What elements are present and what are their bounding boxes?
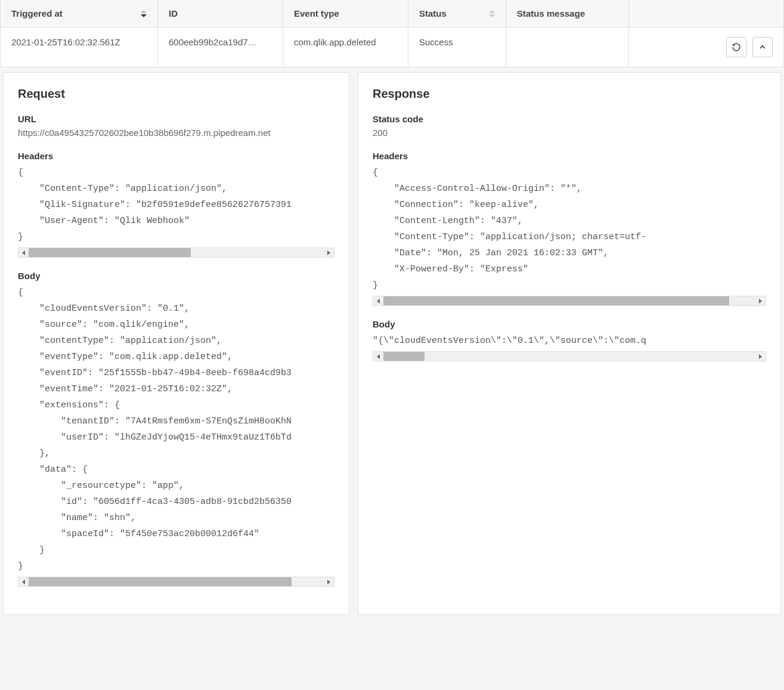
cell-message bbox=[506, 27, 629, 67]
scroll-right-icon[interactable] bbox=[324, 248, 334, 257]
response-body-code: "{\"cloudEventsVersion\":\"0.1\",\"sourc… bbox=[373, 333, 766, 349]
url-value: https://c0a4954325702602bee10b38b696f279… bbox=[18, 128, 334, 138]
request-headers-label: Headers bbox=[18, 151, 334, 161]
cell-status: Success bbox=[408, 27, 506, 67]
horizontal-scrollbar[interactable] bbox=[18, 247, 334, 258]
events-table: Triggered at ID Event type Status Status… bbox=[0, 0, 784, 67]
scroll-left-icon[interactable] bbox=[373, 296, 383, 305]
cell-id: 600eeb99b2ca19d7… bbox=[158, 27, 283, 67]
request-headers-block: { "Content-Type": "application/json", "Q… bbox=[18, 165, 334, 258]
details-panels: Request URL https://c0a4954325702602bee1… bbox=[0, 67, 784, 620]
horizontal-scrollbar[interactable] bbox=[18, 577, 334, 587]
refresh-button[interactable] bbox=[726, 37, 746, 57]
cell-event-type: com.qlik.app.deleted bbox=[283, 27, 408, 67]
url-label: URL bbox=[18, 114, 334, 124]
column-label: Event type bbox=[294, 8, 339, 18]
column-triggered-at[interactable]: Triggered at bbox=[1, 0, 158, 27]
status-code-label: Status code bbox=[373, 114, 766, 124]
horizontal-scrollbar[interactable] bbox=[373, 296, 766, 306]
request-headers-code: { "Content-Type": "application/json", "Q… bbox=[18, 165, 334, 245]
response-body-label: Body bbox=[373, 319, 766, 329]
table-header-row: Triggered at ID Event type Status Status… bbox=[1, 0, 783, 27]
request-body-code: { "cloudEventsVersion": "0.1", "source":… bbox=[18, 284, 334, 574]
column-actions bbox=[629, 0, 783, 27]
table-row[interactable]: 2021-01-25T16:02:32.561Z 600eeb99b2ca19d… bbox=[1, 27, 783, 67]
column-status[interactable]: Status bbox=[408, 0, 506, 27]
scroll-right-icon[interactable] bbox=[755, 296, 766, 305]
status-code-value: 200 bbox=[373, 128, 766, 138]
horizontal-scrollbar[interactable] bbox=[373, 351, 766, 361]
response-headers-block: { "Access-Control-Allow-Origin": "*", "C… bbox=[373, 165, 766, 306]
column-label: Triggered at bbox=[11, 8, 63, 18]
refresh-icon bbox=[732, 42, 741, 52]
response-headers-label: Headers bbox=[373, 151, 766, 161]
column-status-message[interactable]: Status message bbox=[506, 0, 629, 27]
request-panel: Request URL https://c0a4954325702602bee1… bbox=[3, 72, 349, 615]
column-id[interactable]: ID bbox=[158, 0, 283, 27]
scroll-right-icon[interactable] bbox=[755, 352, 766, 361]
sort-icon bbox=[489, 10, 495, 17]
scroll-left-icon[interactable] bbox=[373, 352, 383, 361]
request-body-label: Body bbox=[18, 271, 334, 281]
collapse-button[interactable] bbox=[752, 37, 773, 57]
cell-actions bbox=[629, 27, 783, 67]
response-headers-code: { "Access-Control-Allow-Origin": "*", "C… bbox=[373, 165, 766, 293]
scroll-left-icon[interactable] bbox=[18, 577, 29, 586]
response-title: Response bbox=[373, 87, 766, 101]
column-label: Status bbox=[419, 8, 447, 18]
request-body-block: { "cloudEventsVersion": "0.1", "source":… bbox=[18, 284, 334, 587]
chevron-up-icon bbox=[758, 42, 767, 52]
cell-triggered: 2021-01-25T16:02:32.561Z bbox=[1, 27, 158, 67]
request-title: Request bbox=[18, 87, 334, 101]
sort-icon bbox=[141, 10, 147, 17]
scroll-right-icon[interactable] bbox=[324, 577, 334, 586]
response-body-block: "{\"cloudEventsVersion\":\"0.1\",\"sourc… bbox=[373, 333, 766, 361]
column-event-type[interactable]: Event type bbox=[283, 0, 408, 27]
column-label: ID bbox=[169, 8, 178, 18]
scroll-left-icon[interactable] bbox=[18, 248, 29, 257]
column-label: Status message bbox=[517, 8, 585, 18]
response-panel: Response Status code 200 Headers { "Acce… bbox=[358, 72, 781, 615]
